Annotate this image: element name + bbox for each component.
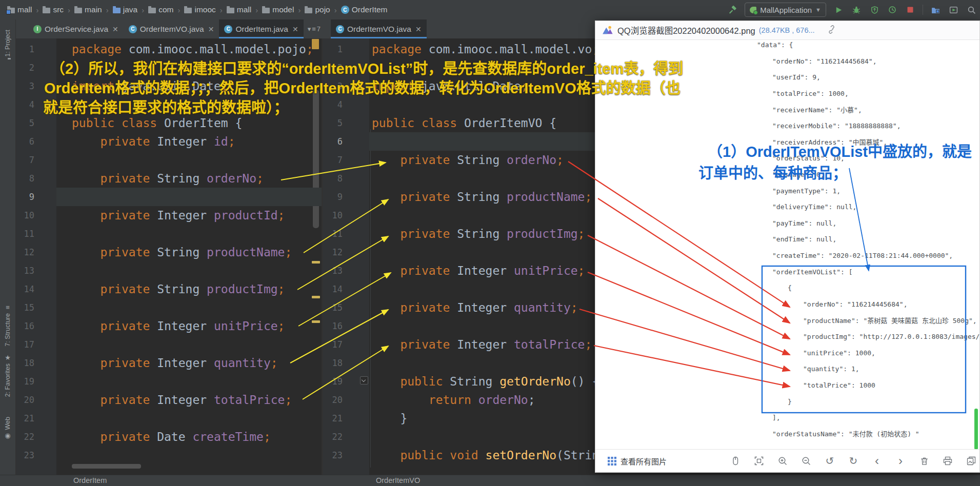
breadcrumb-item-mall[interactable]: mall: [225, 4, 253, 15]
line-number[interactable]: 12: [15, 243, 34, 261]
line-number[interactable]: 3: [15, 77, 34, 95]
zoom-out-icon[interactable]: [801, 455, 812, 467]
line-number[interactable]: 7: [15, 151, 34, 169]
image-viewer-titlebar[interactable]: QQ浏览器截图20220402000642.png (28.47KB , 676…: [595, 21, 979, 40]
breadcrumb-item-main[interactable]: main: [72, 4, 104, 15]
left-editor-vertical-scrollbar[interactable]: [313, 90, 319, 228]
line-number[interactable]: 14: [15, 280, 34, 298]
line-number[interactable]: 3: [323, 77, 343, 95]
line-number[interactable]: 21: [323, 409, 343, 428]
line-number[interactable]: 23: [323, 446, 343, 464]
line-number[interactable]: 9: [15, 188, 34, 206]
left-editor-horizontal-scrollbar[interactable]: [72, 464, 141, 469]
line-number[interactable]: 13: [15, 261, 34, 280]
link-icon[interactable]: [827, 25, 836, 36]
left-editor-pane[interactable]: 1234567891011121314151617181920212223pac…: [15, 38, 322, 475]
line-number[interactable]: 5: [15, 114, 34, 132]
run-config-selector[interactable]: MallApplication ▼: [745, 3, 826, 17]
view-all-images-button[interactable]: 查看所有图片: [608, 450, 667, 472]
sidebar-item-favorites[interactable]: ★2: Favorites: [0, 354, 15, 397]
line-number[interactable]: 22: [323, 428, 343, 446]
delete-icon[interactable]: [918, 455, 930, 467]
line-number[interactable]: 6: [15, 132, 34, 151]
zoom-in-icon[interactable]: [777, 455, 788, 467]
line-number[interactable]: 13: [323, 261, 343, 280]
next-image-icon[interactable]: ›: [895, 455, 906, 467]
line-number[interactable]: 11: [323, 225, 343, 243]
debug-icon[interactable]: [851, 4, 862, 15]
line-number[interactable]: 22: [15, 428, 34, 446]
line-number[interactable]: 11: [15, 225, 34, 243]
prev-image-icon[interactable]: ‹: [871, 455, 883, 467]
tab-orderservice-java[interactable]: IOrderService.java✕: [28, 19, 124, 38]
close-icon[interactable]: ✕: [292, 25, 298, 33]
close-icon[interactable]: ✕: [208, 25, 214, 33]
coverage-icon[interactable]: [869, 4, 880, 15]
line-number[interactable]: 10: [15, 206, 34, 225]
line-number[interactable]: 23: [15, 446, 34, 464]
close-icon[interactable]: ✕: [415, 25, 422, 33]
line-number[interactable]: 18: [15, 354, 34, 372]
breadcrumb-item-java[interactable]: java: [111, 4, 139, 15]
line-number[interactable]: 4: [323, 95, 343, 114]
line-number[interactable]: 17: [323, 335, 343, 354]
left-editor-breadcrumb[interactable]: OrderItem: [73, 476, 107, 484]
line-number[interactable]: 2: [323, 58, 343, 77]
stop-icon[interactable]: [905, 4, 916, 15]
line-number[interactable]: 14: [323, 280, 343, 298]
right-editor-breadcrumb[interactable]: OrderItemVO: [376, 476, 420, 484]
line-number[interactable]: 8: [323, 169, 343, 188]
sidebar-item-structure[interactable]: ≡7: Structure: [0, 304, 15, 347]
breadcrumb-item-model[interactable]: model: [260, 4, 296, 15]
line-number[interactable]: 19: [15, 372, 34, 391]
line-number[interactable]: 7: [323, 151, 343, 169]
sidebar-item-web[interactable]: Web◉: [0, 417, 15, 439]
run-icon[interactable]: [833, 4, 844, 15]
tab-orderitemvo-java[interactable]: COrderItemVO.java✕: [331, 19, 427, 38]
line-number[interactable]: 10: [323, 206, 343, 225]
breadcrumb-item-OrderItem[interactable]: COrderItem: [339, 4, 390, 15]
line-number[interactable]: 4: [15, 95, 34, 114]
project-structure-icon[interactable]: [930, 4, 941, 15]
line-number[interactable]: 1: [15, 40, 34, 58]
build-hammer-icon[interactable]: [727, 4, 738, 15]
rotate-right-icon[interactable]: ↻: [848, 455, 859, 467]
breadcrumb-item-pojo[interactable]: pojo: [303, 4, 332, 15]
print-icon[interactable]: [942, 455, 953, 467]
line-number[interactable]: 17: [15, 335, 34, 354]
profiler-icon[interactable]: [887, 4, 898, 15]
line-number[interactable]: 16: [15, 317, 34, 335]
breadcrumb-item-imooc[interactable]: imooc: [182, 4, 217, 15]
line-number[interactable]: 6: [323, 132, 343, 151]
line-number[interactable]: 15: [323, 298, 343, 317]
search-icon[interactable]: [966, 4, 977, 15]
image-copy-icon[interactable]: [966, 455, 977, 467]
breadcrumb-item-mall[interactable]: mall: [5, 4, 34, 15]
mouse-icon[interactable]: [730, 455, 741, 467]
breadcrumb-item-com[interactable]: com: [146, 4, 175, 15]
line-number[interactable]: 8: [15, 169, 34, 188]
line-number[interactable]: 16: [323, 317, 343, 335]
line-number[interactable]: 9: [323, 188, 343, 206]
viewer-scrollbar[interactable]: [974, 409, 978, 450]
breadcrumb-item-src[interactable]: src: [41, 4, 66, 15]
rotate-left-icon[interactable]: ↺: [824, 455, 835, 467]
close-icon[interactable]: ✕: [112, 25, 118, 33]
run-window-icon[interactable]: [948, 4, 959, 15]
line-number[interactable]: 1: [323, 40, 343, 58]
line-number[interactable]: 20: [15, 391, 34, 409]
line-number[interactable]: 20: [323, 391, 343, 409]
line-number[interactable]: 12: [323, 243, 343, 261]
hidden-tabs-indicator[interactable]: ▾≡7: [304, 19, 321, 38]
tab-orderitemvo-java[interactable]: COrderItemVO.java✕: [124, 19, 219, 38]
line-number[interactable]: 21: [15, 409, 34, 428]
fit-screen-icon[interactable]: [753, 455, 765, 467]
tab-orderitem-java[interactable]: COrderItem.java✕: [219, 19, 303, 38]
line-number[interactable]: 2: [15, 58, 34, 77]
line-number[interactable]: 18: [323, 354, 343, 372]
fold-marker-icon[interactable]: [360, 376, 368, 384]
line-number[interactable]: 15: [15, 298, 34, 317]
line-number[interactable]: 19: [323, 372, 343, 391]
line-number[interactable]: 5: [323, 114, 343, 132]
sidebar-item-project[interactable]: 1: Project: [0, 30, 15, 59]
